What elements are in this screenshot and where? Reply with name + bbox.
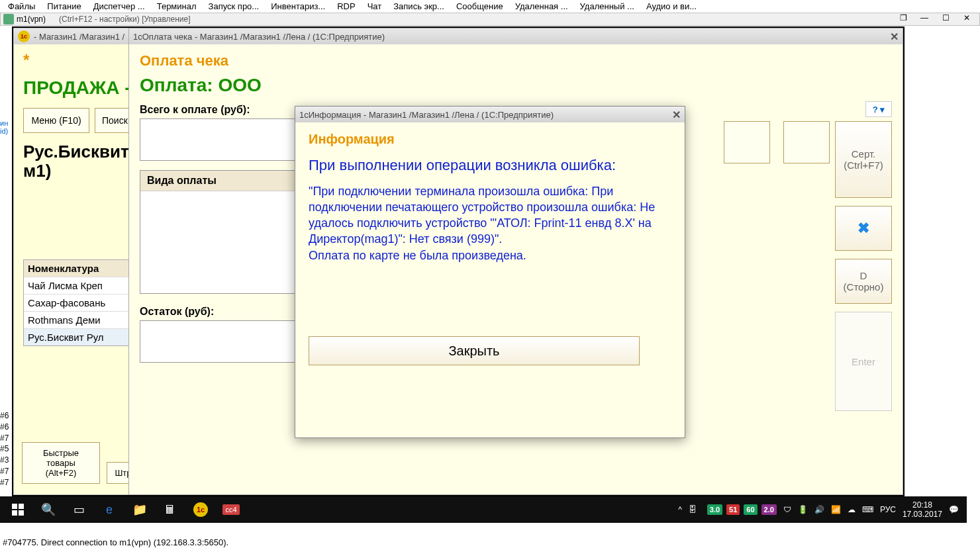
system-menu-item[interactable]: Аудио и ви...: [646, 1, 697, 11]
maximize-button[interactable]: ☐: [936, 13, 956, 25]
windows-taskbar[interactable]: 🔍 ▭ e 📁 🖩 1c cc4 ^ 🗄 3.051602.0 🛡 🔋 🔊 📶 …: [0, 496, 967, 523]
empty-button-1[interactable]: [724, 121, 770, 163]
volume-icon[interactable]: 🔊: [814, 505, 824, 514]
system-menu-item[interactable]: Сообщение: [456, 1, 503, 11]
calculator-icon[interactable]: 🖩: [155, 498, 185, 522]
system-menu-item[interactable]: Удаленная ...: [515, 1, 568, 11]
empty-button-2[interactable]: [783, 121, 830, 163]
restore-icon[interactable]: ❐: [893, 13, 913, 25]
tray-badge[interactable]: 60: [744, 504, 757, 515]
cloud-icon[interactable]: ☁: [848, 505, 856, 514]
table-row[interactable]: Чай Лисма Креп: [24, 277, 131, 294]
system-menu-item[interactable]: Чат: [368, 1, 382, 11]
storno-button[interactable]: D (Сторно): [835, 259, 892, 304]
cancel-button[interactable]: ✖: [835, 206, 892, 251]
system-menu-item[interactable]: Питание: [47, 1, 81, 11]
close-icon[interactable]: ✕: [890, 30, 899, 43]
minimize-button[interactable]: —: [914, 13, 934, 25]
battery-icon[interactable]: 🔋: [798, 505, 808, 514]
svg-rect-0: [12, 504, 17, 509]
system-menu-bar: ФайлыПитаниеДиспетчер ...ТерминалЗапуск …: [0, 0, 980, 13]
svg-rect-1: [19, 504, 24, 509]
nomenclature-table[interactable]: Номенклатура Чай Лисма КрепСахар-фасован…: [23, 259, 132, 346]
close-button[interactable]: Закрыть: [309, 336, 640, 365]
system-menu-item[interactable]: Файлы: [8, 1, 35, 11]
cc4-icon[interactable]: cc4: [216, 498, 246, 522]
side-buttons: Серт. (Ctrl+F7) ✖ D (Сторно) Enter: [835, 121, 892, 411]
close-icon[interactable]: ✕: [672, 109, 681, 121]
table-row[interactable]: Rothmans Деми: [24, 311, 131, 328]
nomenclature-header: Номенклатура: [24, 260, 131, 277]
system-menu-item[interactable]: Диспетчер ...: [93, 1, 145, 11]
emblem-icon[interactable]: 🛡: [783, 505, 791, 514]
database-icon[interactable]: 🗄: [689, 505, 697, 514]
edge-truncated-text: ин id): [0, 119, 8, 135]
log-fragment: #6 #6 #7 #5 #3 #7 #7: [0, 410, 9, 488]
cert-button[interactable]: Серт. (Ctrl+F7): [835, 121, 892, 198]
system-menu-item[interactable]: Удаленный ...: [580, 1, 634, 11]
system-menu-item[interactable]: Запуск про...: [209, 1, 260, 11]
pay-to: Оплата: ООО: [140, 75, 892, 96]
svg-rect-2: [12, 510, 17, 516]
payment-window-title: Оплата чека - Магазин1 /Магазин1 /Лена /…: [142, 32, 385, 42]
system-tray[interactable]: ^ 🗄 3.051602.0 🛡 🔋 🔊 📶 ☁ ⌨ РУС 20:18 17.…: [678, 500, 964, 520]
vpn-icon: [3, 14, 14, 24]
vpn-title-bar: m1(vpn) (Ctrl+F12 - настройки) [Управлен…: [0, 13, 980, 26]
onec-taskbar-icon[interactable]: 1c: [185, 498, 216, 522]
tray-badge[interactable]: 51: [726, 504, 740, 515]
payment-title-bar: 1c Оплата чека - Магазин1 /Магазин1 /Лен…: [129, 28, 903, 44]
tray-badge[interactable]: 2.0: [761, 504, 777, 515]
menu-button[interactable]: Меню (F10): [23, 108, 89, 133]
system-menu-item[interactable]: Инвентариз...: [271, 1, 325, 11]
error-body: "При подключении терминала произошла оши…: [309, 183, 671, 263]
table-row[interactable]: Сахар-фасовань: [24, 294, 131, 311]
vpn-hint: (Ctrl+F12 - настройки) [Управление]: [59, 15, 191, 24]
system-menu-item[interactable]: Терминал: [157, 1, 197, 11]
info-title-bar: 1c Информация - Магазин1 /Магазин1 /Лена…: [295, 107, 685, 122]
help-button[interactable]: ? ▾: [865, 101, 892, 117]
sale-window-title: - Магазин1 /Магазин1 /: [34, 32, 124, 42]
task-view-icon[interactable]: ▭: [64, 498, 94, 522]
tray-badge[interactable]: 3.0: [707, 504, 722, 515]
edge-icon[interactable]: e: [94, 498, 124, 522]
svg-rect-3: [19, 510, 24, 516]
system-menu-item[interactable]: Запись экр...: [393, 1, 444, 11]
system-menu-item[interactable]: RDP: [337, 1, 355, 11]
error-heading: При выполнении операции возникла ошибка:: [309, 156, 671, 175]
info-header: Информация: [309, 132, 671, 147]
info-window-title: Информация - Магазин1 /Магазин1 /Лена / …: [309, 110, 554, 120]
notifications-icon[interactable]: 💬: [949, 505, 959, 514]
onec-icon: 1c: [133, 32, 142, 42]
clock[interactable]: 20:18 17.03.2017: [903, 500, 942, 520]
start-button[interactable]: [3, 498, 33, 522]
enter-button[interactable]: Enter: [835, 312, 892, 411]
info-dialog: 1c Информация - Магазин1 /Магазин1 /Лена…: [295, 106, 685, 438]
wifi-icon[interactable]: 📶: [831, 505, 841, 514]
payment-header: Оплата чека: [140, 52, 892, 69]
language-indicator[interactable]: РУС: [880, 505, 896, 514]
close-button[interactable]: ✕: [957, 13, 977, 25]
search-icon[interactable]: 🔍: [33, 498, 64, 522]
connection-log: #704775. Direct connection to m1(vpn) (1…: [3, 537, 228, 548]
explorer-icon[interactable]: 📁: [124, 498, 155, 522]
onec-icon: 1c: [18, 30, 30, 42]
quick-goods-button[interactable]: Быстрые товары (Alt+F2): [22, 442, 100, 484]
tray-chevron-icon[interactable]: ^: [678, 505, 682, 514]
keyboard-icon[interactable]: ⌨: [862, 505, 873, 514]
onec-icon: 1c: [299, 110, 309, 120]
vpn-title: m1(vpn): [17, 15, 46, 24]
table-row[interactable]: Рус.Бисквит Рул: [24, 328, 131, 345]
